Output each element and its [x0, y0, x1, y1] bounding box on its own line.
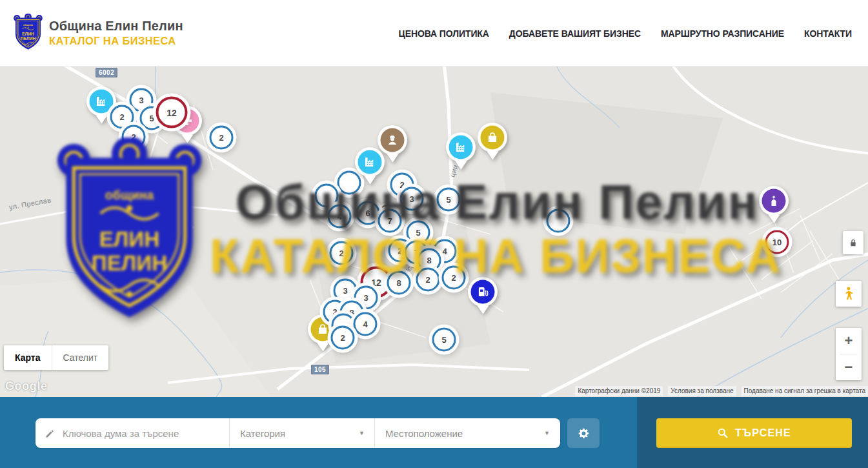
worker-icon [386, 134, 399, 147]
report-error-link[interactable]: Подаване на сигнал за грешка в картата [742, 386, 868, 396]
business-pin-bag[interactable] [481, 126, 505, 150]
search-submit-panel: ТЪРСЕНЕ [637, 397, 868, 468]
cluster-count: 2 [451, 273, 456, 283]
cluster-marker[interactable]: 7 [378, 209, 402, 233]
cluster-count: 12 [167, 107, 177, 117]
cluster-count: 2 [340, 333, 345, 343]
nav-route-schedule[interactable]: МАРШРУТНО РАЗПИСАНИЕ [661, 28, 784, 39]
cluster-marker[interactable]: 2 [330, 241, 354, 265]
business-pin-factory[interactable] [90, 90, 114, 114]
map-type-satellite-button[interactable]: Сателит [52, 345, 109, 370]
cluster-count: 5 [441, 335, 446, 345]
keyword-field[interactable] [35, 418, 229, 448]
cluster-marker[interactable]: 4 [354, 312, 378, 336]
keyword-input[interactable] [63, 428, 229, 439]
cluster-count: 2 [119, 112, 124, 122]
cluster-marker[interactable]: 12 [156, 97, 188, 128]
main-nav: ЦЕНОВА ПОЛИТИКА ДОБАВЕТЕ ВАШИЯТ БИЗНЕС М… [399, 0, 852, 66]
cluster-marker[interactable]: 2 [416, 268, 440, 292]
search-icon [717, 427, 729, 439]
coat-of-arms-icon [13, 14, 43, 52]
cluster-marker[interactable]: 2 [210, 126, 234, 150]
header: Община Елин Пелин КАТАЛОГ НА БИЗНЕСА ЦЕН… [0, 0, 868, 66]
map-type-control: Карта Сателит [4, 345, 108, 370]
cluster-count: 3 [343, 286, 347, 296]
map-canvas[interactable]: 6002105 ул. Преславбул. „Новоселции 3251… [0, 66, 868, 397]
advanced-settings-button[interactable] [567, 418, 600, 448]
cluster-marker[interactable]: 2 [442, 266, 466, 290]
cluster-count: 2 [339, 249, 343, 258]
cluster-marker[interactable]: 6 [356, 201, 380, 225]
map-attribution: Картографски данни ©2019 Условия за полз… [575, 386, 868, 396]
nav-pricing-policy[interactable]: ЦЕНОВА ПОЛИТИКА [399, 28, 489, 39]
pegman-icon [842, 285, 856, 302]
zoom-out-button[interactable]: − [836, 354, 862, 380]
cluster-count: 10 [772, 238, 782, 247]
cluster-count: 4 [337, 212, 341, 221]
cluster-marker[interactable] [338, 171, 361, 195]
lock-icon [848, 238, 858, 248]
cluster-count: 2 [398, 246, 402, 256]
cluster-count: 8 [427, 256, 431, 265]
chevron-down-icon: ▼ [359, 430, 365, 436]
cluster-count: 2 [425, 275, 430, 285]
cluster-count: 3 [139, 96, 143, 105]
zoom-control: + − [836, 328, 862, 380]
business-pin-fuel[interactable] [471, 280, 495, 304]
cluster-count: 4 [363, 320, 367, 329]
cluster-marker[interactable]: 2 [122, 125, 146, 149]
search-fields: Категория ▼ Местоположение ▼ [35, 418, 560, 448]
road-badge: 105 [311, 365, 329, 374]
cluster-count: 12 [371, 277, 381, 287]
brand-text: Община Елин Пелин КАТАЛОГ НА БИЗНЕСА [49, 19, 183, 47]
cluster-count: 2 [219, 133, 223, 143]
business-pin-factory[interactable] [449, 136, 473, 159]
cluster-marker[interactable]: 10 [765, 230, 789, 254]
cluster-marker[interactable] [547, 209, 570, 233]
business-pin-worker[interactable] [381, 128, 405, 152]
cluster-count: 3 [409, 194, 414, 204]
cluster-count: 5 [416, 228, 420, 238]
cluster-count: 8 [396, 278, 401, 288]
fuel-icon [476, 285, 490, 299]
road-badge: 6002 [96, 68, 117, 77]
category-select[interactable]: Категория ▼ [229, 418, 374, 448]
map-lock-button[interactable] [843, 231, 863, 254]
church-icon [767, 194, 781, 208]
category-select-label: Категория [240, 428, 285, 439]
cluster-marker[interactable]: 5 [437, 188, 461, 212]
search-button[interactable]: ТЪРСЕНЕ [656, 418, 852, 448]
cluster-marker[interactable]: 2 [331, 326, 355, 350]
cluster-marker[interactable]: 5 [432, 328, 456, 352]
chevron-down-icon: ▼ [544, 430, 550, 436]
search-button-label: ТЪРСЕНЕ [735, 427, 791, 439]
street-view-pegman[interactable] [836, 281, 862, 307]
terms-link[interactable]: Условия за ползване [668, 386, 736, 396]
zoom-in-button[interactable]: + [836, 328, 862, 354]
nav-contacts[interactable]: КОНТАКТИ [804, 28, 852, 39]
business-pin-factory[interactable] [358, 150, 382, 174]
cluster-marker[interactable] [315, 184, 339, 208]
business-pin-church[interactable] [762, 189, 786, 213]
nav-add-business[interactable]: ДОБАВЕТЕ ВАШИЯТ БИЗНЕС [509, 28, 641, 39]
cluster-marker[interactable]: 3 [400, 187, 424, 211]
bag-icon [316, 323, 330, 336]
brand-logo[interactable]: Община Елин Пелин КАТАЛОГ НА БИЗНЕСА [13, 14, 183, 52]
map-type-map-button[interactable]: Карта [4, 345, 52, 370]
bag-icon [486, 131, 500, 145]
factory-icon [95, 95, 108, 108]
location-select-label: Местоположение [385, 428, 463, 439]
factory-icon [363, 156, 377, 169]
cluster-count: 2 [131, 132, 136, 142]
google-logo[interactable]: Google [5, 380, 48, 393]
cluster-count: 7 [387, 216, 392, 226]
cluster-marker[interactable]: 4 [328, 205, 352, 229]
map-copyright: Картографски данни ©2019 [575, 386, 663, 396]
location-select[interactable]: Местоположение ▼ [374, 418, 560, 448]
cluster-count: 2 [399, 180, 404, 190]
cluster-marker[interactable]: 8 [387, 271, 411, 295]
site-subtitle: КАТАЛОГ НА БИЗНЕСА [49, 35, 183, 47]
pencil-icon [45, 428, 56, 439]
cluster-count: 5 [446, 195, 450, 205]
search-bar: Категория ▼ Местоположение ▼ ТЪРСЕНЕ [0, 397, 868, 468]
